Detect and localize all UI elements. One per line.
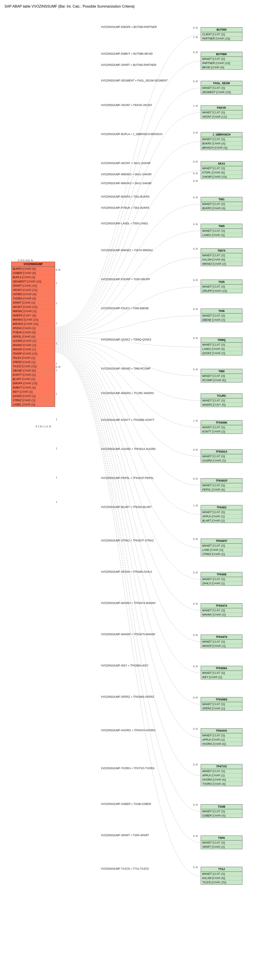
entity-header: TTXJ bbox=[201, 867, 242, 872]
cardinality: 1 bbox=[56, 369, 57, 372]
entity-attr: MANDT [CLNT (3)] bbox=[201, 769, 242, 773]
entity-attr: WAERS [CUKY (5)] bbox=[11, 313, 55, 318]
entity-attr: KALSM [CHAR (6)] bbox=[201, 876, 242, 880]
entity-attr: EMGPA [CHAR (10)] bbox=[11, 381, 55, 385]
relationship-label: VVOZINSSUMF-GSBER = TGSB-GSBER bbox=[101, 802, 151, 806]
entity-header: TFKHVO bbox=[201, 729, 242, 733]
entity-attr: SEGMENT [CHAR (10)] bbox=[201, 90, 242, 94]
entity-attr: HKONT [CHAR (10)] bbox=[11, 305, 55, 309]
entity-tspa: TSPAMANDT [CLNT (3)]SPART [CHAR (2)] bbox=[201, 835, 242, 849]
cardinality: 0..N bbox=[193, 571, 198, 574]
entity-attr: MANDT [CLNT (3)] bbox=[201, 454, 242, 458]
cardinality: 1..N bbox=[193, 36, 198, 38]
entity-attr: BRANCH [CHAR (4)] bbox=[201, 146, 242, 150]
entity-tfk001p: TFK001PMANDT [CLNT (3)]PERSL [CHAR (4)] bbox=[201, 478, 242, 492]
entity-attr: RCOMP [CHAR (6)] bbox=[201, 378, 242, 382]
entity-header: TFK001P bbox=[201, 479, 242, 483]
entity-t001: T001MANDT [CLNT (3)]BUKRS [CHAR (4)] bbox=[201, 197, 242, 210]
entity-header: TFK000K bbox=[201, 420, 242, 425]
relationship-label: VVOZINSSUMF-MWSKZ = T007A-MWSKZ bbox=[101, 249, 153, 252]
relationship-label: VVOZINSSUMF-MAHNV = TFK047A-MAHNV bbox=[101, 601, 156, 605]
relationship-label: VVOZINSSUMF-EMGPA = BUT000-PARTNER bbox=[101, 25, 157, 29]
entity-attr: MANDT [CLNT (3)] bbox=[201, 544, 242, 548]
entity-attr: MANDT [CLNT (3)] bbox=[201, 483, 242, 487]
entity-attr: TVORG [CHAR (4)] bbox=[201, 782, 242, 786]
cardinality: 0..N bbox=[193, 449, 198, 451]
entity-attr: PARTNER [CHAR (10)] bbox=[201, 37, 242, 41]
entity-attr: MANDT [CLNT (3)] bbox=[201, 809, 242, 813]
entity-attr: BUKRS [CHAR (4)] bbox=[201, 206, 242, 210]
cardinality: 0..N bbox=[193, 172, 198, 175]
entity-header: SKA1 bbox=[201, 161, 242, 166]
cardinality: 0..N bbox=[193, 835, 198, 837]
cardinality: 0..N bbox=[193, 665, 198, 668]
entity-attr: MANDT [CLNT (3)] bbox=[201, 166, 242, 170]
entity-attr: MANDT [CLNT (3)] bbox=[201, 510, 242, 514]
entity-attr: HVORG [CHAR (4)] bbox=[201, 778, 242, 782]
cardinality: 0..N bbox=[193, 278, 198, 282]
cardinality: 1 bbox=[56, 322, 57, 325]
entity-attr: ZAHLS [CHAR (1)] bbox=[201, 581, 242, 585]
entity-attr: BUKRS [CHAR (4)] bbox=[11, 267, 55, 271]
entity-attr: LAND [CHAR (3)] bbox=[201, 548, 242, 552]
relationship-label: VVOZINSSUMF-HKONT = SKA1-SAKNR bbox=[101, 162, 150, 165]
entity-tfk001a: TFK001AMANDT [CLNT (3)]AUGRD [CHAR (2)] bbox=[201, 449, 242, 463]
entity-attr: MANDT [CLNT (3)] bbox=[201, 86, 242, 90]
cardinality: 0..N bbox=[193, 26, 198, 29]
entity-header: VVOZINSSUMF bbox=[11, 262, 55, 267]
entity-attr: IKEY [CHAR (2)] bbox=[201, 675, 242, 679]
cardinality-cluster-2: 0 1 N 1 1 0..N bbox=[36, 425, 51, 428]
entity-attr: SAKNR [CHAR (10)] bbox=[201, 175, 242, 179]
relationship-label: VVOZINSSUMF-GPART = BUT000-PARTNER bbox=[101, 64, 157, 67]
cardinality: 0..N bbox=[193, 368, 198, 371]
cardinality: 0..N bbox=[193, 477, 198, 480]
cardinality: 1..N bbox=[193, 419, 198, 422]
entity-t007a: T007AMANDT [CLNT (3)]KALSM [CHAR (6)]MWS… bbox=[201, 248, 242, 266]
entity-attr: MANDT [CLNT (3)] bbox=[201, 342, 242, 347]
entity-attr: MANDT [CLNT (3)] bbox=[201, 137, 242, 142]
cardinality: 0..N bbox=[193, 803, 198, 806]
cardinality: 0..N bbox=[193, 603, 198, 605]
entity-attr: EMBVT [CHAR (4)] bbox=[11, 385, 55, 390]
entity-t880: T880MANDT [CLNT (3)]RCOMP [CHAR (6)] bbox=[201, 369, 242, 382]
entity-attr: MWSKZ [CHAR (2)] bbox=[11, 309, 55, 313]
entity-attr: SEGMENT [CHAR (10)] bbox=[11, 279, 55, 283]
entity-attr: LAND1 [CHAR (3)] bbox=[201, 233, 242, 237]
entity-attr: AUGRD [CHAR (2)] bbox=[201, 458, 242, 463]
entity-t005: T005MANDT [CLNT (3)]LAND1 [CHAR (3)] bbox=[201, 224, 242, 237]
entity-attr: GSBER [CHAR (4)] bbox=[11, 271, 55, 275]
relationship-label: VVOZINSSUMF-FDGRP = T035-GRUPP bbox=[101, 278, 150, 281]
entity-header: TFK007F bbox=[201, 539, 242, 544]
entity-fagl_segm: FAGL_SEGMMANDT [CLNT (3)]SEGMENT [CHAR (… bbox=[201, 81, 242, 94]
relationship-label: VVOZINSSUMF-WAERS = TCURC-WAERS bbox=[101, 391, 154, 395]
entity-attr: EBENE [CHAR (2)] bbox=[201, 318, 242, 322]
entity-header: TFK008 bbox=[201, 572, 242, 577]
entity-attr: KONTT [CHAR (2)] bbox=[11, 373, 55, 377]
entity-attr: SPERZ [CHAR (1)] bbox=[201, 706, 242, 711]
entity-attr: GPART [CHAR (10)] bbox=[11, 283, 55, 288]
entity-header: TFKTVO bbox=[201, 764, 242, 769]
entity-attr: BUPLA [CHAR (4)] bbox=[11, 275, 55, 279]
entity-attr: VKONT [CHAR (12)] bbox=[11, 288, 55, 292]
entity-header: T059Q bbox=[201, 338, 242, 342]
relationship-label: VVOZINSSUMF-VKONT = FKKVK-VKONT bbox=[101, 103, 152, 107]
entity-t035: T035MANDT [CLNT (3)]GRUPP [CHAR (10)] bbox=[201, 280, 242, 293]
entity-attr: APPLK [CHAR (1)] bbox=[201, 738, 242, 742]
relationship-label: VVOZINSSUMF-HVORG = TFKHVO-HVORG bbox=[101, 729, 156, 732]
cardinality: 0..N bbox=[193, 763, 198, 766]
entity-attr: TXJCD [CHAR (15)] bbox=[11, 364, 55, 368]
entity-attr: SPERZ [CHAR (1)] bbox=[11, 360, 55, 364]
entity-attr: STRKZ [CHAR (2)] bbox=[11, 398, 55, 402]
entity-tfk047a: TFK047AMANDT [CLNT (3)]MAHNV [CHAR (2)] bbox=[201, 603, 242, 617]
relationship-label: VVOZINSSUMF-MWVKO = SKA1-SAKNR bbox=[101, 182, 152, 185]
cardinality: 0..N bbox=[193, 80, 198, 83]
entity-header: TFK056S bbox=[201, 697, 242, 702]
cardinality: 0..N bbox=[193, 196, 198, 199]
relationship-label: VVOZINSSUMF-TXJCD = TTXJ-TXJCD bbox=[101, 867, 149, 870]
entity-attr: MANDT [CLNT (3)] bbox=[201, 840, 242, 845]
entity-header: TFK047S bbox=[201, 635, 242, 640]
entity-attr: PYBUK [CHAR (4)] bbox=[11, 330, 55, 334]
entity-header: TFK003 bbox=[201, 505, 242, 510]
entity-attr: GRUPP [CHAR (10)] bbox=[201, 289, 242, 293]
cardinality: 0..N bbox=[193, 51, 198, 54]
